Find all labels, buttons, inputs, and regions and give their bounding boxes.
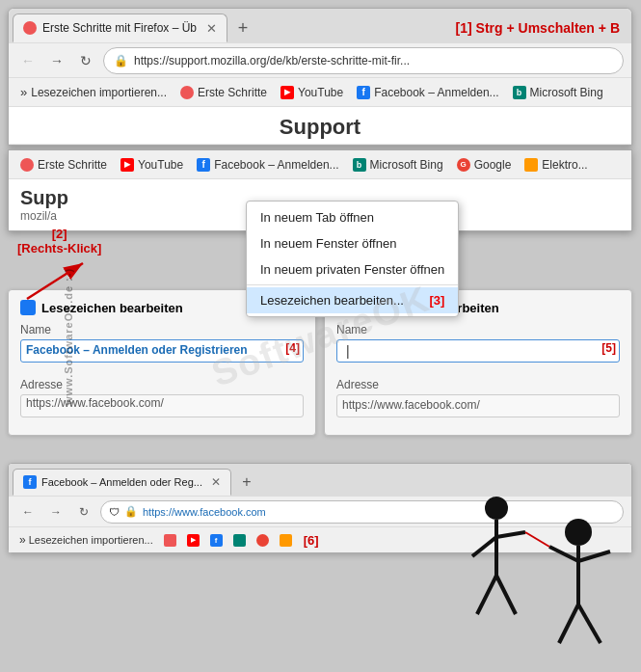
bm-panel-right-name-input[interactable] <box>336 339 620 363</box>
bm-erste-label: Erste Schritte <box>198 86 267 99</box>
svg-line-12 <box>559 605 578 643</box>
mid-bm-bing-label: Microsoft Bing <box>370 158 443 172</box>
import-icon: » <box>20 85 27 99</box>
svg-line-13 <box>578 605 601 643</box>
ctx-new-window[interactable]: In neuem Fenster öffnen <box>247 230 458 256</box>
top-nav-bar: ← → ↻ 🔒 https://support.mozilla.org/de/k… <box>9 43 631 78</box>
bm-youtube-label: YouTube <box>298 86 343 99</box>
annotation-2: [2] [Rechts-Klick] <box>17 227 101 304</box>
arrow-2-icon <box>17 255 94 304</box>
bot-active-tab[interactable]: f Facebook – Anmelden oder Reg... ✕ <box>13 469 231 496</box>
bot-lock-icon: 🔒 <box>124 505 138 518</box>
bot-elektro-icon <box>280 534 292 547</box>
side-watermark: www.SoftwareOK.de :-) <box>63 267 74 404</box>
page-title: Support <box>280 115 361 139</box>
mid-bm-youtube-label: YouTube <box>138 158 183 172</box>
label2-sub: [Rechts-Klick] <box>17 241 101 255</box>
bot-tab-bar: f Facebook – Anmelden oder Reg... ✕ + <box>9 464 631 497</box>
bot-address-bar[interactable]: 🛡 🔒 https://www.facebook.com <box>100 500 624 524</box>
mid-bm-elektro-label: Elektro... <box>542 158 587 172</box>
bot-bm-facebook[interactable]: f <box>207 533 226 548</box>
bm-youtube[interactable]: ▶ YouTube <box>277 84 347 101</box>
mid-bing-icon: b <box>353 158 366 172</box>
bot-reload-button[interactable]: ↻ <box>72 500 95 524</box>
bot-forward-button[interactable]: → <box>44 500 67 524</box>
mid-bm-bing[interactable]: b Microsoft Bing <box>349 156 447 174</box>
bot-facebook-icon: f <box>210 534 223 547</box>
label-4: [4] <box>285 341 300 355</box>
tab-favicon <box>23 21 37 35</box>
bot-bm-import-label: Lesezeichen importieren... <box>29 534 153 546</box>
mid-bm-erste[interactable]: Erste Schritte <box>16 156 111 174</box>
mid-bookmarks-bar: Erste Schritte ▶ YouTube f Facebook – An… <box>9 150 631 179</box>
mid-firefox-icon <box>20 158 34 172</box>
bm-panel-right-name-label: Name <box>336 323 620 336</box>
label-3: [3] <box>429 293 444 308</box>
bm-facebook[interactable]: f Facebook – Anmelden... <box>353 84 502 101</box>
svg-line-1 <box>27 263 83 299</box>
ctx-divider <box>247 284 458 285</box>
mid-bm-elektro[interactable]: Elektro... <box>521 156 591 174</box>
bot-import-icon: » <box>19 533 26 547</box>
svg-line-7 <box>496 576 516 614</box>
ctx-edit-bookmark[interactable]: Lesezeichen bearbeiten... [3] <box>247 287 458 313</box>
mid-bm-google-label: Google <box>474 158 512 172</box>
mid-bm-google[interactable]: G Google <box>453 156 516 174</box>
mid-page-title: Supp <box>20 187 68 209</box>
context-menu: In neuem Tab öffnen In neuem Fenster öff… <box>246 201 459 317</box>
top-bookmarks-bar: » Lesezeichen importieren... Erste Schri… <box>9 78 631 107</box>
bm-import[interactable]: » Lesezeichen importieren... <box>16 83 171 101</box>
bm-bing-label: Microsoft Bing <box>530 86 603 99</box>
mid-google-icon: G <box>457 158 470 172</box>
label-6: [6] <box>304 533 319 548</box>
address-bar[interactable]: 🔒 https://support.mozilla.org/de/kb/erst… <box>103 47 624 74</box>
mid-bm-facebook-label: Facebook – Anmelden... <box>214 158 338 172</box>
bm-panel-right-addr-input[interactable] <box>336 394 620 417</box>
bot-youtube-icon: ▶ <box>187 534 200 547</box>
bot-browser-window: f Facebook – Anmelden oder Reg... ✕ + ← … <box>8 463 632 553</box>
mid-bm-erste-label: Erste Schritte <box>38 158 107 172</box>
mid-bm-facebook[interactable]: f Facebook – Anmelden... <box>193 156 342 174</box>
bot-bm-import[interactable]: » Lesezeichen importieren... <box>16 532 156 548</box>
label-5: [5] <box>601 341 616 355</box>
reload-button[interactable]: ↻ <box>74 49 97 72</box>
bot-bm-firefox[interactable] <box>161 533 179 548</box>
new-tab-button[interactable]: + <box>229 14 256 41</box>
bm-facebook-label: Facebook – Anmelden... <box>374 86 498 99</box>
bot-bing-icon <box>233 534 246 547</box>
mid-page-sub: mozil/a <box>20 209 68 223</box>
bot-tab-close[interactable]: ✕ <box>211 475 221 489</box>
shortcut-annotation: [1] Strg + Umschalten + B <box>456 20 628 36</box>
address-text: https://support.mozilla.org/de/kb/erste-… <box>134 54 410 67</box>
active-tab[interactable]: Erste Schritte mit Firefox – Übe... ✕ <box>13 13 227 42</box>
bm-panel-right-addr-label: Adresse <box>336 378 620 391</box>
forward-button[interactable]: → <box>45 49 68 72</box>
bot-back-button[interactable]: ← <box>16 500 40 524</box>
bot-bm-elektro[interactable] <box>277 533 295 548</box>
ctx-private-window[interactable]: In neuem privaten Fenster öffnen <box>247 256 458 282</box>
tab-title: Erste Schritte mit Firefox – Übe... <box>42 21 197 35</box>
mid-youtube-icon: ▶ <box>120 158 134 172</box>
mid-facebook-icon: f <box>197 158 210 172</box>
back-button[interactable]: ← <box>16 49 40 72</box>
mid-bm-youtube[interactable]: ▶ YouTube <box>117 156 187 174</box>
bot-new-tab-button[interactable]: + <box>233 469 260 496</box>
bot-bm-youtube[interactable]: ▶ <box>184 533 202 548</box>
bm-erste[interactable]: Erste Schritte <box>176 84 271 101</box>
bm-bing[interactable]: b Microsoft Bing <box>509 84 607 101</box>
bm-import-label: Lesezeichen importieren... <box>31 86 167 99</box>
bot-nav-bar: ← → ↻ 🛡 🔒 https://www.facebook.com <box>9 497 631 527</box>
bot-bm-bing[interactable] <box>230 533 249 548</box>
ctx-edit-label: Lesezeichen bearbeiten... <box>260 293 404 308</box>
tab-close-button[interactable]: ✕ <box>206 21 217 36</box>
bot-bm-google[interactable] <box>254 533 272 548</box>
bot-bookmarks-bar: » Lesezeichen importieren... ▶ f [6] <box>9 527 631 552</box>
bot-tab-favicon: f <box>23 475 37 489</box>
lock-icon: 🔒 <box>114 54 128 67</box>
ctx-new-tab[interactable]: In neuem Tab öffnen <box>247 204 458 230</box>
svg-line-6 <box>477 576 496 614</box>
mid-elektro-icon <box>524 158 538 172</box>
label2: [2] <box>17 227 101 241</box>
top-browser-window: Erste Schritte mit Firefox – Übe... ✕ + … <box>8 8 632 146</box>
facebook-icon: f <box>357 86 370 99</box>
